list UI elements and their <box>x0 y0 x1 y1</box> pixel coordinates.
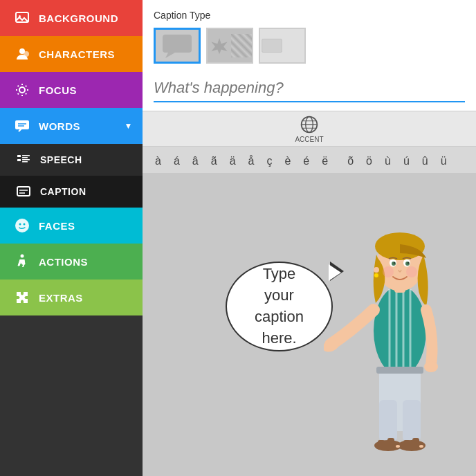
svg-point-40 <box>392 262 396 266</box>
svg-rect-14 <box>17 187 30 196</box>
sidebar-item-actions-label: ACTIONS <box>39 256 88 268</box>
sidebar-item-words-label: WORDS <box>39 120 80 132</box>
accent-char-a-uml[interactable]: ä <box>227 154 239 169</box>
svg-rect-56 <box>387 438 394 450</box>
svg-rect-12 <box>22 159 30 161</box>
svg-rect-8 <box>17 155 21 157</box>
sidebar-item-speech[interactable]: SPEECH <box>0 144 143 176</box>
text-input-area <box>154 73 465 102</box>
sidebar-item-characters[interactable]: CHARACTERS <box>0 36 143 72</box>
list-icon <box>15 152 32 168</box>
accent-bar[interactable]: ACCENT <box>143 111 476 147</box>
svg-rect-10 <box>22 157 28 158</box>
svg-point-44 <box>383 266 394 277</box>
accent-char-a-circ[interactable]: â <box>190 154 201 169</box>
svg-rect-24 <box>262 39 282 52</box>
sidebar-item-focus[interactable]: FOCUS <box>0 72 143 108</box>
caption-type-label: Caption Type <box>154 10 465 21</box>
svg-point-47 <box>374 273 378 277</box>
sidebar: BACKGROUND CHARACTERS FOCUS <box>0 0 143 476</box>
caption-text-input[interactable] <box>154 79 465 97</box>
sidebar-item-words[interactable]: WORDS ▼ <box>0 108 143 144</box>
svg-point-41 <box>405 262 410 266</box>
accent-char-a-ring[interactable]: å <box>246 154 257 169</box>
svg-point-43 <box>408 262 409 264</box>
sidebar-item-faces[interactable]: FACES <box>0 208 143 244</box>
words-submenu: SPEECH CAPTION <box>0 144 143 208</box>
svg-rect-53 <box>376 367 423 374</box>
face-icon <box>12 216 32 235</box>
accent-char-c-cedil[interactable]: ç <box>264 154 275 169</box>
image-icon <box>12 8 32 28</box>
svg-point-17 <box>15 219 29 232</box>
sidebar-item-extras[interactable]: EXTRAS <box>0 280 143 315</box>
top-panel: Caption Type <box>143 0 476 111</box>
svg-marker-22 <box>165 53 175 58</box>
comment-icon <box>12 116 32 136</box>
speech-bubble-text: Type your caption here. <box>255 264 304 349</box>
puzzle-icon <box>12 288 32 307</box>
svg-point-49 <box>424 361 438 372</box>
caption-type-options <box>154 28 465 64</box>
sidebar-item-background[interactable]: BACKGROUND <box>0 0 143 36</box>
caption-option-speech[interactable] <box>154 28 201 64</box>
svg-rect-55 <box>378 440 385 450</box>
accent-char-a-acute[interactable]: á <box>171 154 183 169</box>
svg-point-45 <box>406 266 417 277</box>
svg-rect-51 <box>379 400 397 441</box>
walking-icon <box>12 252 32 271</box>
caption-option-box[interactable] <box>259 28 306 64</box>
svg-point-4 <box>19 87 25 93</box>
svg-rect-11 <box>17 159 21 161</box>
caption-option-starburst[interactable] <box>206 28 253 64</box>
svg-point-18 <box>19 223 21 226</box>
accent-char-a-grave[interactable]: à <box>152 154 164 169</box>
sidebar-item-faces-label: FACES <box>39 220 75 232</box>
svg-point-20 <box>21 255 24 258</box>
svg-rect-13 <box>22 161 28 163</box>
svg-marker-23 <box>211 38 227 54</box>
speech-bubble: Type your caption here. <box>226 262 333 351</box>
svg-rect-9 <box>22 155 30 156</box>
accent-label: ACCENT <box>295 136 323 143</box>
svg-point-61 <box>419 445 423 448</box>
sidebar-item-caption-label: CAPTION <box>40 186 86 197</box>
svg-point-30 <box>374 286 426 376</box>
person-icon <box>12 44 32 64</box>
svg-point-19 <box>24 223 26 226</box>
sidebar-item-speech-label: SPEECH <box>40 154 82 165</box>
svg-rect-59 <box>412 438 419 450</box>
accent-char-e-acute[interactable]: é <box>300 154 312 169</box>
sidebar-item-background-label: BACKGROUND <box>39 12 118 24</box>
accent-globe-button[interactable]: ACCENT <box>295 115 323 143</box>
svg-rect-58 <box>403 440 410 450</box>
character-illustration <box>324 144 476 476</box>
accent-char-a-tilde[interactable]: ã <box>208 154 220 169</box>
svg-rect-21 <box>163 35 192 53</box>
focus-icon <box>12 80 32 100</box>
svg-point-46 <box>374 267 379 273</box>
svg-rect-52 <box>403 400 421 441</box>
caption-icon <box>15 183 32 200</box>
sidebar-item-characters-label: CHARACTERS <box>39 48 115 60</box>
sidebar-item-focus-label: FOCUS <box>39 84 77 96</box>
sidebar-item-extras-label: EXTRAS <box>39 292 83 304</box>
svg-point-42 <box>394 262 395 264</box>
svg-point-60 <box>396 445 400 448</box>
sidebar-item-actions[interactable]: ACTIONS <box>0 244 143 280</box>
main-content: Caption Type <box>143 0 476 476</box>
accent-char-e-grave[interactable]: è <box>282 154 293 169</box>
chevron-down-icon: ▼ <box>125 121 133 131</box>
sidebar-item-caption[interactable]: CAPTION <box>0 176 143 208</box>
svg-point-3 <box>24 51 29 57</box>
